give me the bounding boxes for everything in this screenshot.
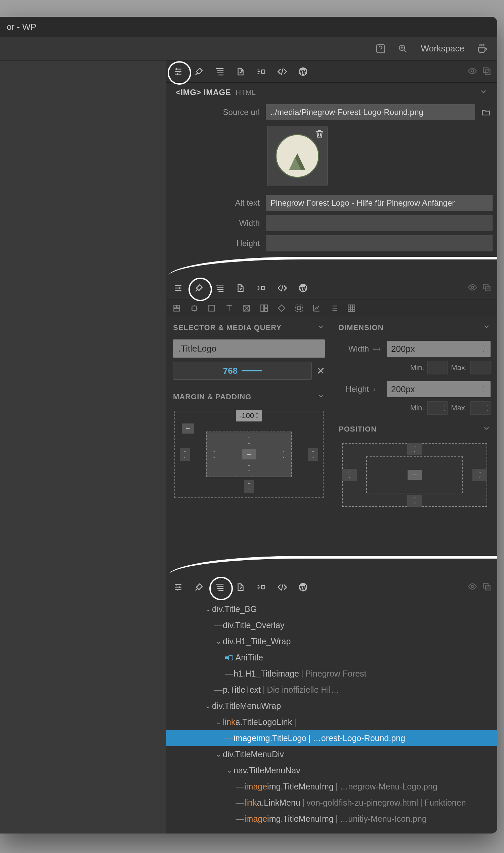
tree-row[interactable]: ⌄div.Title_BG [166,601,497,617]
padding-left-handle[interactable] [209,448,219,461]
animation-tab-icon[interactable] [256,66,267,77]
styles-tab-icon[interactable] [193,66,205,77]
tree-row[interactable]: —h1.H1_Titleimage|Pinegrow Forest [166,665,497,681]
chevron-down-icon[interactable] [317,323,325,333]
selector-heading[interactable]: SELECTOR & MEDIA QUERY [166,317,331,338]
transform-cat-icon[interactable] [276,303,287,313]
pos-right-handle[interactable] [472,469,487,481]
tree-tab-icon[interactable] [214,282,226,294]
tree-row[interactable]: —div.Title_Overlay [166,617,497,633]
tree-row[interactable]: ⌄link a.TitleLogoLink| [166,714,497,730]
actions-tab-icon[interactable] [235,582,246,593]
chart-cat-icon[interactable] [311,303,322,313]
element-heading[interactable]: <IMG> IMAGE HTML [166,83,497,102]
tree-row[interactable]: —p.TitleText|Die inoffizielle Hil… [166,681,497,698]
visibility-icon[interactable] [468,582,477,592]
editor-canvas[interactable] [0,60,166,834]
margin-left-handle[interactable] [180,448,190,461]
expand-toggle-icon[interactable]: ⌄ [214,750,223,758]
tree-row[interactable]: —image img.TitleMenuImg|…unitiy-Menu-Ico… [166,811,497,827]
chevron-down-icon[interactable] [483,323,490,333]
pos-top-handle[interactable] [407,443,422,455]
dimension-heading[interactable]: DIMENSION [332,317,497,338]
tree-row[interactable]: —link a.LinkMenu|von-goldfish-zu-pinegro… [166,795,497,811]
width-input[interactable] [266,215,492,231]
link-values-icon[interactable] [182,424,194,433]
media-query-remove-icon[interactable]: ✕ [317,365,325,377]
margin-bottom-handle[interactable] [244,480,254,493]
source-url-input[interactable]: ../media/Pinegrow-Forest-Logo-Round.png [266,104,475,120]
margin-padding-editor[interactable]: -100⌃⌄ [174,411,324,498]
browse-folder-icon[interactable] [479,108,492,117]
min-height-input[interactable]: ⌃⌄ [427,401,448,415]
visibility-icon[interactable] [468,66,477,77]
wordpress-tab-icon[interactable] [298,66,309,77]
tree-row[interactable]: ⌄div.H1_Title_Wrap [166,633,497,649]
dim-height-input[interactable]: 200px⌃⌄ [387,381,490,397]
expand-toggle-icon[interactable]: ⌄ [203,702,212,710]
tree-row[interactable]: —image img.TitleLogo|…orest-Logo-Round.p… [166,730,497,746]
selector-input[interactable]: .TitleLogo [173,339,325,358]
help-icon[interactable] [372,40,389,57]
zoom-icon[interactable] [394,40,411,57]
pos-left-handle[interactable] [342,469,357,481]
styles-tab-icon[interactable] [193,282,205,294]
box-cat-icon[interactable] [206,303,217,313]
workspace-button[interactable]: Workspace [417,43,468,54]
tree-row[interactable]: —image img.TitleMenuImg|…negrow-Menu-Log… [166,778,497,795]
animation-tab-icon[interactable] [256,582,267,593]
code-tab-icon[interactable] [276,66,288,77]
max-height-input[interactable]: ⌃⌄ [470,401,490,415]
dom-tree[interactable]: ⌄div.Title_BG—div.Title_Overlay⌄div.H1_T… [166,598,497,834]
flex-cat-icon[interactable] [294,303,304,313]
expand-toggle-icon[interactable]: ⌄ [225,766,234,774]
wordpress-tab-icon[interactable] [298,582,309,593]
coffee-icon[interactable] [474,40,490,57]
max-width-input[interactable]: ⌃⌄ [470,361,490,374]
tree-tab-icon[interactable] [214,66,226,77]
properties-tab-icon[interactable] [173,582,184,593]
chevron-down-icon[interactable] [317,392,325,402]
popout-icon[interactable] [482,66,491,77]
margin-padding-heading[interactable]: MARGIN & PADDING [166,387,331,407]
expand-toggle-icon[interactable]: ⌄ [214,718,223,726]
pos-center-icon[interactable] [408,470,422,480]
table-cat-icon[interactable] [346,303,357,313]
position-heading[interactable]: POSITION [332,419,497,440]
grid-cat-icon[interactable] [259,303,269,313]
spacing-cat-icon[interactable] [189,303,199,313]
properties-tab-icon[interactable] [173,282,184,294]
actions-tab-icon[interactable] [235,282,246,294]
popout-icon[interactable] [482,582,491,592]
tree-row[interactable]: ≡▢AniTitle [166,649,497,665]
height-input[interactable] [266,235,492,251]
visibility-icon[interactable] [468,283,477,294]
margin-right-handle[interactable] [308,448,318,461]
animation-tab-icon[interactable] [256,282,267,294]
tree-row[interactable]: ⌄div.TitleMenuDiv [166,746,497,762]
styles-tab-icon[interactable] [193,582,205,593]
layout-cat-icon[interactable] [172,303,182,313]
min-width-input[interactable]: ⌃⌄ [427,361,448,374]
chevron-down-icon[interactable] [479,87,488,97]
expand-toggle-icon[interactable]: ⌄ [203,605,212,613]
padding-top-handle[interactable] [244,434,254,447]
chevron-down-icon[interactable] [483,424,490,434]
position-editor[interactable] [342,443,487,507]
expand-toggle-icon[interactable]: ⌄ [214,637,223,645]
properties-tab-icon[interactable] [173,66,184,77]
list-cat-icon[interactable] [329,303,339,313]
actions-tab-icon[interactable] [235,66,246,77]
center-link-icon[interactable] [242,449,256,459]
tree-row[interactable]: ⌄div.TitleMenuWrap [166,698,497,714]
alt-text-input[interactable]: Pinegrow Forest Logo - Hilfe für Pinegro… [266,195,492,211]
dim-width-input[interactable]: 200px⌃⌄ [387,341,490,357]
delete-image-icon[interactable] [314,129,325,140]
padding-right-handle[interactable] [278,448,289,461]
wordpress-tab-icon[interactable] [298,282,309,294]
bg-cat-icon[interactable] [241,303,252,313]
tree-row[interactable]: ⌄nav.TitleMenuNav [166,762,497,778]
margin-top-value[interactable]: -100⌃⌄ [236,410,262,422]
media-query-pill[interactable]: 768 [173,362,312,380]
text-cat-icon[interactable] [224,303,234,313]
